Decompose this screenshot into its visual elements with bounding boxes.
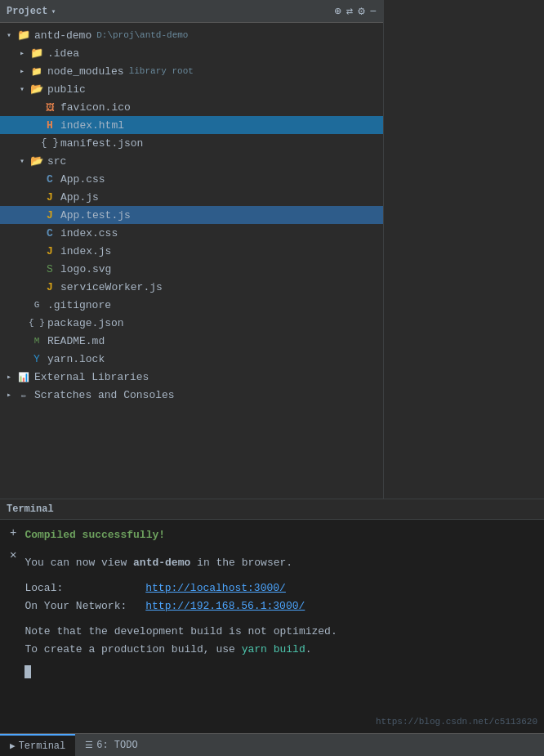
terminal-input-row[interactable] [25, 664, 534, 685]
terminal-add-button[interactable]: + [10, 526, 16, 539]
tree-item-package-json[interactable]: { } package.json [0, 314, 383, 332]
tree-item-index-html[interactable]: H index.html [0, 116, 383, 134]
modules-label: node_modules [47, 65, 124, 78]
minimize-icon[interactable]: − [370, 5, 377, 18]
tree-item-service-worker[interactable]: J serviceWorker.js [0, 278, 383, 296]
public-label: public [47, 83, 86, 96]
sw-label: serviceWorker.js [60, 281, 163, 293]
terminal-compiled-line: Compiled successfully! [25, 526, 165, 544]
logosvg-icon: S [42, 262, 57, 275]
tree-item-src[interactable]: 📂 src [0, 152, 383, 170]
appcss-label: App.css [60, 173, 105, 186]
terminal-note2-line: To create a production build, use yarn b… [25, 641, 534, 659]
split-icon[interactable]: ⇄ [346, 4, 353, 18]
appcss-icon: C [42, 172, 57, 186]
network-label: On Your Network: [25, 598, 139, 615]
favicon-icon: 🖼 [42, 101, 57, 114]
gitignore-label: .gitignore [47, 299, 111, 311]
terminal-panel: Terminal + Compiled successfully! ✕ You … [0, 499, 544, 756]
bottom-bar: ▶ Terminal ☰ 6: TODO [0, 733, 544, 756]
terminal-tab-icon: ▶ [10, 740, 16, 751]
panel-title-area: Project ▾ [7, 6, 56, 17]
modules-badge: library root [129, 66, 194, 76]
extlib-label: External Libraries [34, 371, 149, 383]
todo-tab-label: 6: TODO [96, 740, 137, 751]
tree-item-yarn-lock[interactable]: Y yarn.lock [0, 350, 383, 368]
view-text: You can now view [25, 557, 133, 569]
scratches-label: Scratches and Consoles [34, 389, 175, 401]
indexjs-icon: J [42, 244, 57, 257]
appjs-icon: J [42, 190, 57, 204]
apptest-label: App.test.js [60, 209, 131, 221]
tree-item-node-modules[interactable]: 📁 node_modules library root [0, 62, 383, 80]
view-text2: in the browser. [190, 557, 292, 569]
tree-root[interactable]: 📁 antd-demo D:\proj\antd-demo [0, 26, 383, 44]
appjs-label: App.js [60, 191, 99, 204]
panel-toolbar: ⊕ ⇄ ⚙ − [334, 4, 377, 18]
readme-icon: M [29, 334, 44, 347]
editor-area [384, 0, 544, 499]
local-label: Local: [25, 580, 139, 597]
indexjs-label: index.js [60, 245, 111, 257]
indexhtml-icon: H [42, 119, 57, 132]
tree-item-gitignore[interactable]: G .gitignore [0, 296, 383, 314]
tree-item-public[interactable]: 📂 public [0, 80, 383, 98]
tree-item-external-libraries[interactable]: 📊 External Libraries [0, 368, 383, 386]
root-folder-icon: 📁 [16, 29, 31, 42]
root-label: antd-demo [34, 29, 91, 42]
terminal-title-label: Terminal [7, 503, 54, 515]
favicon-label: favicon.ico [60, 101, 131, 114]
tree-item-manifest[interactable]: { } manifest.json [0, 134, 383, 152]
readme-label: README.md [47, 335, 105, 347]
tree-item-readme[interactable]: M README.md [0, 332, 383, 350]
indexhtml-label: index.html [60, 119, 124, 132]
terminal-tab-label: Terminal [19, 740, 66, 752]
public-icon: 📂 [29, 83, 44, 96]
todo-tab[interactable]: ☰ 6: TODO [75, 734, 147, 756]
terminal-cursor [25, 665, 31, 678]
public-arrow [20, 84, 29, 94]
src-arrow [20, 156, 29, 166]
terminal-close-button[interactable]: ✕ [10, 548, 16, 561]
note3-text: . [305, 643, 312, 655]
cog-icon[interactable]: ⊕ [334, 4, 341, 18]
panel-header: Project ▾ ⊕ ⇄ ⚙ − [0, 0, 383, 23]
tree-item-favicon[interactable]: 🖼 favicon.ico [0, 98, 383, 116]
pkgjson-icon: { } [29, 316, 44, 329]
tree-item-app-css[interactable]: C App.css [0, 170, 383, 188]
tree-item-scratches[interactable]: ✏ Scratches and Consoles [0, 386, 383, 404]
modules-arrow [20, 66, 29, 76]
panel-title-label: Project [7, 6, 47, 17]
tree-item-index-css[interactable]: C index.css [0, 224, 383, 242]
tree-item-app-test[interactable]: J App.test.js [0, 206, 383, 224]
tree-item-index-js[interactable]: J index.js [0, 242, 383, 260]
todo-tab-icon: ☰ [85, 740, 93, 750]
terminal-view-line: You can now view antd-demo in the browse… [25, 554, 534, 572]
indexcss-icon: C [42, 226, 57, 239]
terminal-local-line: Local: http://localhost:3000/ [25, 579, 534, 597]
indexcss-label: index.css [60, 227, 118, 239]
idea-label: .idea [47, 47, 79, 60]
tree-item-app-js[interactable]: J App.js [0, 188, 383, 206]
network-url[interactable]: http://192.168.56.1:3000/ [145, 600, 305, 612]
watermark: https://blog.csdn.net/c5113620 [376, 717, 537, 727]
tree-item-idea[interactable]: 📁 .idea [0, 44, 383, 62]
src-label: src [47, 155, 66, 168]
gitignore-icon: G [29, 298, 44, 311]
file-tree: 📁 antd-demo D:\proj\antd-demo 📁 .idea 📁 … [0, 23, 383, 499]
settings-icon[interactable]: ⚙ [358, 4, 364, 18]
scratches-arrow [7, 390, 16, 400]
manifest-label: manifest.json [60, 137, 143, 150]
extlib-arrow [7, 372, 16, 382]
local-url[interactable]: http://localhost:3000/ [145, 582, 286, 594]
apptest-icon: J [42, 208, 57, 221]
extlib-icon: 📊 [16, 370, 31, 383]
tree-item-logo-svg[interactable]: S logo.svg [0, 260, 383, 278]
terminal-note1-line: Note that the development build is not o… [25, 623, 534, 641]
scratches-icon: ✏ [16, 388, 31, 401]
terminal-header: Terminal [0, 499, 544, 520]
terminal-network-line: On Your Network: http://192.168.56.1:300… [25, 597, 534, 615]
yarn-label: yarn.lock [47, 353, 105, 365]
terminal-tab[interactable]: ▶ Terminal [0, 734, 75, 756]
note2-text: To create a production build, use [25, 643, 241, 655]
